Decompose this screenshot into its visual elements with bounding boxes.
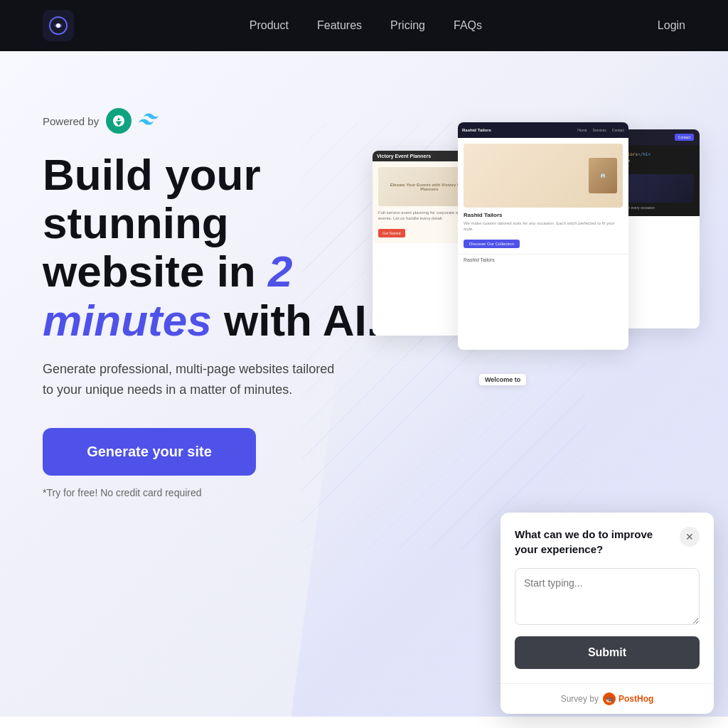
hero-title-part2: with AI. <box>212 296 379 345</box>
generate-site-button[interactable]: Generate your site <box>43 428 256 476</box>
posthog-icon: 🦔 <box>603 692 616 705</box>
mockup-container: Victory Event Planners Elevate Your Even… <box>373 108 728 392</box>
mockup-rashid-tailors: Rashid Tailors Home Services Contact 👔 R… <box>458 122 628 350</box>
hero-mockups: Victory Event Planners Elevate Your Even… <box>373 108 728 392</box>
logo[interactable] <box>43 10 74 41</box>
svg-point-1 <box>56 23 60 28</box>
login-link[interactable]: Login <box>658 19 685 32</box>
feedback-header: What can we do to improve your experienc… <box>500 513 714 557</box>
navigation: Product Features Pricing FAQs Login <box>0 0 728 51</box>
powered-by-row: Powered by <box>43 108 398 134</box>
hero-title-part1: Build your stunning website in <box>43 150 268 296</box>
mockup-brand: Rashid Tailors <box>462 128 491 132</box>
mockup-event-cta: Get Started <box>378 229 405 237</box>
trial-note: *Try for free! No credit card required <box>43 487 398 498</box>
powered-by-label: Powered by <box>43 115 99 127</box>
feedback-submit-button[interactable]: Submit <box>515 636 700 669</box>
mockup-welcome-text: Welcome to <box>479 374 526 385</box>
nav-faqs[interactable]: FAQs <box>454 19 482 31</box>
mockup-main-brand: Rashid Tailors <box>464 212 623 218</box>
nav-pricing[interactable]: Pricing <box>390 19 425 31</box>
mockup-main-tagline: We make custom tailored suits for any oc… <box>464 220 623 232</box>
feedback-footer: Survey by 🦔 PostHog <box>500 683 714 714</box>
mockup-main-cta: Discover Our Collection <box>464 240 520 248</box>
feedback-question: What can we do to improve your experienc… <box>515 527 673 557</box>
hero-content: Powered by Build your stunning website i… <box>43 108 398 498</box>
hero-title: Build your stunning website in 2 minutes… <box>43 151 398 345</box>
mockup-footer-brand: Rashid Tailors <box>458 254 628 265</box>
feedback-input[interactable] <box>515 568 700 625</box>
feedback-survey-label: Survey by <box>561 694 599 704</box>
feedback-popup: What can we do to improve your experienc… <box>500 513 714 714</box>
mockup-main-body: 👔 Rashid Tailors We make custom tailored… <box>458 138 628 254</box>
mockup-nav: Rashid Tailors Home Services Contact <box>458 122 628 138</box>
mockup-nav-item1: Home <box>577 128 587 132</box>
nav-features[interactable]: Features <box>317 19 362 31</box>
mockup-nav-item3: Contact <box>612 128 624 132</box>
logo-icon <box>43 10 74 41</box>
nav-product[interactable]: Product <box>250 19 289 31</box>
mockup-hero-image: 👔 <box>464 144 623 208</box>
mockup-nav-item2: Services <box>593 128 606 132</box>
feedback-body: Submit <box>500 557 714 683</box>
openai-icon <box>106 108 132 134</box>
nav-links: Product Features Pricing FAQs <box>250 19 482 32</box>
posthog-label: PostHog <box>619 694 653 704</box>
feedback-close-button[interactable]: ✕ <box>680 527 700 547</box>
tailwind-icon <box>139 112 159 130</box>
mockup-dark-btn: Contact <box>675 134 694 141</box>
hero-subtitle: Generate professional, multi-page websit… <box>43 359 341 400</box>
